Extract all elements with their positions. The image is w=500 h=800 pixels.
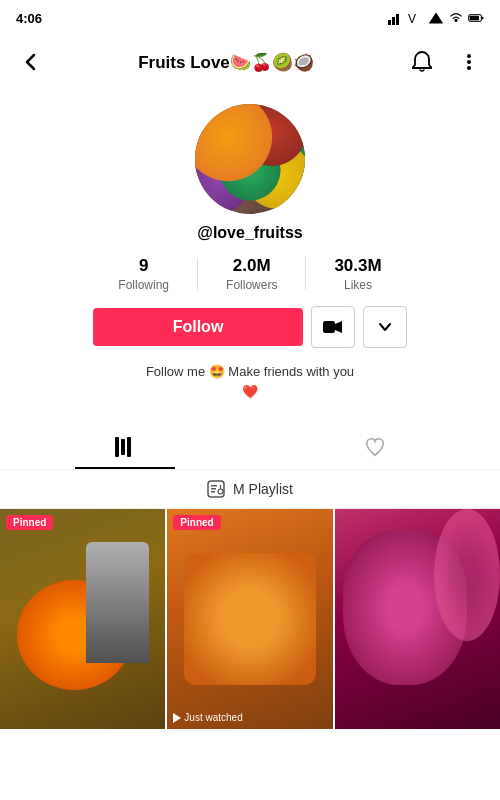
svg-rect-1 (392, 17, 395, 25)
bio-line1: Follow me 🤩 Make friends with you (146, 364, 354, 379)
svg-point-19 (218, 489, 223, 494)
nav-action-icons (406, 46, 484, 78)
notification-button[interactable] (406, 46, 438, 78)
svg-rect-7 (481, 17, 483, 20)
follow-button[interactable]: Follow (93, 308, 304, 346)
video-call-button[interactable] (311, 306, 355, 348)
avatar-image (195, 104, 305, 214)
svg-rect-12 (115, 437, 119, 457)
status-bar: 4:06 V (0, 0, 500, 36)
tab-liked[interactable] (250, 425, 500, 469)
stat-likes[interactable]: 30.3M Likes (306, 256, 409, 292)
svg-point-9 (467, 60, 471, 64)
bio: Follow me 🤩 Make friends with you ❤️ (126, 362, 374, 401)
followers-label: Followers (226, 278, 277, 292)
grid-icon (114, 436, 136, 458)
video-thumb-1[interactable]: Pinned (0, 509, 165, 729)
svg-rect-16 (211, 485, 217, 487)
pinned-badge-2: Pinned (173, 515, 220, 530)
video-thumb-3[interactable] (335, 509, 500, 729)
action-buttons: Follow (93, 306, 408, 348)
likes-count: 30.3M (334, 256, 381, 276)
more-button[interactable] (454, 47, 484, 77)
just-watched-badge: Just watched (173, 712, 242, 723)
play-icon (173, 713, 181, 723)
battery-icon (468, 10, 484, 26)
signal-icon (388, 10, 404, 26)
profile-section: @love_fruitss 9 Following 2.0M Followers… (0, 88, 500, 413)
more-options-button[interactable] (363, 306, 407, 348)
bio-line2: ❤️ (242, 384, 258, 399)
data-icon (428, 10, 444, 26)
svg-rect-0 (388, 20, 391, 25)
following-count: 9 (139, 256, 148, 276)
svg-rect-17 (211, 488, 216, 490)
avatar (195, 104, 305, 214)
svg-point-8 (467, 54, 471, 58)
video-thumb-2[interactable]: Pinned Just watched (167, 509, 332, 729)
stat-followers[interactable]: 2.0M Followers (198, 256, 305, 292)
svg-text:V: V (408, 12, 416, 26)
video-grid: Pinned Pinned Just watched (0, 509, 500, 729)
vibrate-icon: V (408, 10, 424, 26)
following-label: Following (118, 278, 169, 292)
likes-label: Likes (344, 278, 372, 292)
tab-videos[interactable] (0, 425, 250, 469)
wifi-icon (448, 10, 464, 26)
playlist-bar[interactable]: M Playlist (0, 470, 500, 509)
stat-following[interactable]: 9 Following (90, 256, 197, 292)
tab-bar (0, 425, 500, 470)
followers-count: 2.0M (233, 256, 271, 276)
svg-rect-18 (211, 491, 215, 493)
heart-icon (364, 436, 386, 458)
playlist-label: M Playlist (233, 481, 293, 497)
svg-rect-11 (323, 321, 335, 333)
status-time: 4:06 (16, 11, 42, 26)
top-nav: Fruits Love🍉🍒🥝🥥 (0, 36, 500, 88)
status-icons: V (388, 10, 484, 26)
username: @love_fruitss (197, 224, 302, 242)
pinned-badge-1: Pinned (6, 515, 53, 530)
svg-rect-13 (121, 439, 125, 455)
stats-row: 9 Following 2.0M Followers 30.3M Likes (0, 256, 500, 292)
svg-rect-6 (470, 16, 479, 21)
svg-marker-4 (429, 12, 443, 23)
svg-point-10 (467, 66, 471, 70)
playlist-icon (207, 480, 225, 498)
svg-rect-14 (127, 437, 131, 457)
back-button[interactable] (16, 47, 46, 77)
page-title: Fruits Love🍉🍒🥝🥥 (138, 52, 314, 73)
svg-rect-2 (396, 14, 399, 25)
